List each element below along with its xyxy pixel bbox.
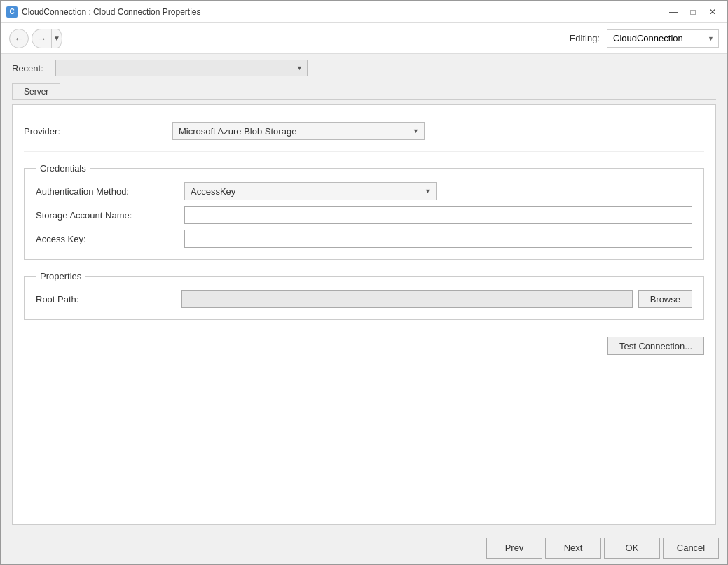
forward-nav: → ▼ [32,29,62,48]
root-path-label: Root Path: [36,294,176,305]
minimize-button[interactable]: — [664,4,682,20]
access-key-row: Access Key: [36,230,692,248]
editing-value: CloudConnection [613,33,683,43]
toolbar: ← → ▼ Editing: CloudConnection [1,23,727,54]
tab-bar: Server [12,83,716,100]
title-bar-controls: — □ ✕ [664,4,722,20]
content-area: Recent: Server Provider: Microsoft Azure… [1,54,727,531]
ok-button[interactable]: OK [604,538,660,559]
root-path-row: Root Path: Browse [36,290,692,308]
access-key-label: Access Key: [36,234,176,244]
credentials-legend: Credentials [36,163,90,174]
app-icon: C [6,6,18,18]
main-window: C CloudConnection : Cloud Connection Pro… [0,0,728,565]
storage-account-row: Storage Account Name: [36,206,692,224]
recent-row: Recent: [12,60,716,76]
provider-section: Provider: Microsoft Azure Blob Storage A… [24,116,704,152]
recent-dropdown[interactable] [55,60,308,76]
back-button[interactable]: ← [9,29,29,48]
auth-method-select[interactable]: AccessKey SAS Token Managed Identity [184,182,437,200]
browse-button[interactable]: Browse [638,290,692,308]
auth-method-row: Authentication Method: AccessKey SAS Tok… [36,182,692,200]
forward-dropdown-button[interactable]: ▼ [51,29,62,48]
test-connection-button[interactable]: Test Connection... [607,337,704,355]
storage-account-label: Storage Account Name: [36,210,176,221]
main-panel: Provider: Microsoft Azure Blob Storage A… [12,104,716,525]
close-button[interactable]: ✕ [703,4,722,20]
title-bar-left: C CloudConnection : Cloud Connection Pro… [6,6,201,18]
bottom-bar: Prev Next OK Cancel [1,531,727,564]
maximize-button[interactable]: □ [684,4,702,20]
test-connection-row: Test Connection... [24,337,704,355]
title-bar: C CloudConnection : Cloud Connection Pro… [1,1,727,23]
properties-legend: Properties [36,271,85,281]
auth-method-select-wrapper: AccessKey SAS Token Managed Identity [184,182,437,200]
provider-select-wrapper: Microsoft Azure Blob Storage Amazon S3 G… [172,122,425,140]
auth-method-label: Authentication Method: [36,186,176,197]
prev-button[interactable]: Prev [486,538,542,559]
cancel-button[interactable]: Cancel [663,538,719,559]
provider-select[interactable]: Microsoft Azure Blob Storage Amazon S3 G… [172,122,425,140]
credentials-group: Credentials Authentication Method: Acces… [24,163,704,260]
access-key-input[interactable] [184,230,692,248]
recent-label: Recent: [12,63,47,74]
storage-account-input[interactable] [184,206,692,224]
next-button[interactable]: Next [545,538,601,559]
editing-label: Editing: [570,33,600,43]
window-title: CloudConnection : Cloud Connection Prope… [22,7,201,17]
provider-label: Provider: [24,126,164,137]
properties-group: Properties Root Path: Browse [24,271,704,320]
forward-button[interactable]: → [32,29,51,48]
editing-dropdown[interactable]: CloudConnection [607,29,719,48]
tab-server[interactable]: Server [12,83,60,99]
root-path-input[interactable] [181,290,633,308]
